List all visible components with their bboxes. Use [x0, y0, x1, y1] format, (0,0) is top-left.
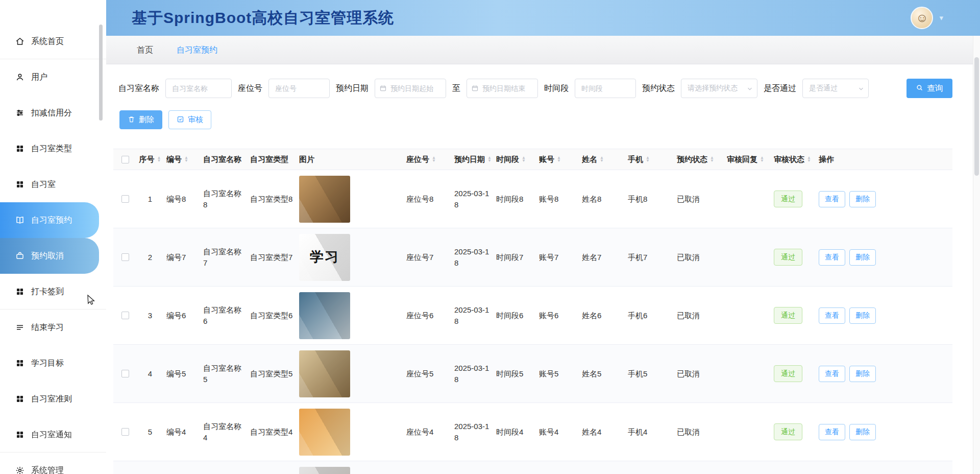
search-button[interactable]: 查询	[906, 79, 952, 98]
row-checkbox[interactable]	[121, 253, 129, 261]
room-photo	[299, 409, 350, 456]
approved-select[interactable]: 是否通过	[802, 79, 869, 98]
sidebar-item-reservation[interactable]: 自习室预约	[0, 202, 99, 238]
scrollbar-thumb[interactable]	[974, 57, 979, 176]
cell-image	[296, 467, 403, 474]
sort-carets-icon[interactable]: ▲▼	[710, 156, 714, 162]
sidebar-item-credit[interactable]: 扣减信用分	[0, 95, 106, 131]
row-view-button[interactable]: 查看	[819, 366, 845, 382]
column-header-name[interactable]: 姓名▲▼	[579, 154, 625, 165]
review-status-badge: 通过	[774, 307, 802, 323]
row-delete-button[interactable]: 删除	[849, 424, 876, 440]
row-delete-button[interactable]: 删除	[849, 249, 876, 266]
sidebar-item-room[interactable]: 自习室	[0, 167, 106, 202]
column-header-account[interactable]: 账号▲▼	[536, 154, 579, 165]
page-scrollbar[interactable]	[973, 36, 980, 474]
row-delete-button[interactable]: 删除	[849, 366, 876, 382]
cell-date: 2025-03-18	[451, 304, 493, 327]
sidebar-item-checkin[interactable]: 打卡签到	[0, 274, 106, 310]
column-header-review_status[interactable]: 审核状态▲▼	[771, 154, 816, 165]
column-header-reserve_status[interactable]: 预约状态▲▼	[674, 154, 724, 165]
column-header-review_reply[interactable]: 审核回复▲▼	[724, 154, 771, 165]
row-view-button[interactable]: 查看	[819, 424, 845, 440]
cell-code-value: 编号5	[166, 369, 186, 378]
column-header-phone[interactable]: 手机▲▼	[625, 154, 674, 165]
filter-label-reserve-status: 预约状态	[642, 83, 675, 94]
room-name-input[interactable]	[165, 79, 232, 98]
cell-date-value: 2025-03-18	[454, 305, 489, 325]
sort-carets-icon[interactable]: ▲▼	[487, 156, 492, 162]
cell-review-status: 通过	[771, 191, 816, 207]
sort-carets-icon[interactable]: ▲▼	[557, 156, 561, 162]
sort-carets-icon[interactable]: ▲▼	[184, 156, 188, 162]
sort-carets-icon[interactable]: ▲▼	[807, 156, 811, 162]
seat-input[interactable]	[268, 79, 330, 98]
sidebar-item-cancel[interactable]: 预约取消	[0, 238, 99, 274]
sidebar-item-end-study[interactable]: 结束学习	[0, 310, 106, 345]
sort-carets-icon[interactable]: ▲▼	[600, 156, 604, 162]
row-delete-button[interactable]: 删除	[849, 191, 876, 207]
cell-code-value: 编号6	[166, 311, 186, 320]
row-checkbox[interactable]	[121, 428, 129, 436]
top-header: 基于SpringBoot高校自习室管理系统 ☺ ▾	[106, 0, 980, 36]
sidebar-item-rules[interactable]: 自习室准则	[0, 381, 106, 417]
review-button[interactable]: 审核	[168, 110, 211, 129]
sidebar-item-goal[interactable]: 学习目标	[0, 345, 106, 381]
cell-seq: 4	[137, 368, 163, 380]
sort-carets-icon[interactable]: ▲▼	[432, 156, 436, 162]
cell-room_name: 自习室名称5	[200, 363, 247, 385]
cell-actions: 查看删除	[816, 307, 952, 324]
cell-slot: 时间段4	[493, 426, 536, 438]
row-view-button[interactable]: 查看	[819, 249, 845, 266]
cell-slot: 时间段8	[493, 194, 536, 205]
slot-input[interactable]	[575, 79, 636, 98]
column-header-date[interactable]: 预约日期▲▼	[451, 154, 493, 165]
cell-date-value: 2025-03-18	[454, 364, 489, 384]
cell-room_name-value: 自习室名称4	[203, 422, 241, 442]
row-delete-button[interactable]: 删除	[849, 307, 876, 324]
row-checkbox[interactable]	[121, 312, 129, 319]
sidebar-item-system[interactable]: 系统管理	[0, 453, 106, 474]
grid-icon	[15, 287, 24, 296]
sort-carets-icon[interactable]: ▲▼	[157, 156, 161, 162]
sidebar-item-users[interactable]: 用户	[0, 59, 106, 95]
column-header-room_name: 自习室名称	[200, 154, 247, 165]
tab-home[interactable]: 首页	[137, 36, 153, 64]
select-all-checkbox[interactable]	[121, 156, 129, 163]
sidebar-scrollbar[interactable]	[99, 25, 103, 121]
cell-phone: 手机5	[625, 368, 674, 380]
sidebar-item-notice[interactable]: 自习室通知	[0, 417, 106, 453]
reserve-status-select[interactable]: 请选择预约状态	[681, 79, 757, 98]
chevron-down-icon[interactable]: ▾	[939, 13, 943, 22]
cell-date: 2025-03-18	[451, 188, 493, 210]
user-icon	[15, 73, 24, 82]
grid-icon	[15, 144, 24, 153]
cell-room_type: 自习室类型7	[247, 252, 296, 263]
row-view-button[interactable]: 查看	[819, 191, 845, 207]
filter-label-seat: 座位号	[238, 83, 262, 94]
column-header-seat[interactable]: 座位号▲▼	[403, 154, 451, 165]
tab-reservation[interactable]: 自习室预约	[177, 36, 217, 64]
sort-carets-icon[interactable]: ▲▼	[522, 156, 526, 162]
delete-button[interactable]: 删除	[119, 110, 162, 129]
column-header-slot[interactable]: 时间段▲▼	[493, 154, 536, 165]
review-status-badge: 通过	[774, 249, 802, 265]
cell-room_type-value: 自习室类型5	[250, 369, 292, 378]
sidebar-item-room-type[interactable]: 自习室类型	[0, 131, 106, 167]
row-checkbox[interactable]	[121, 195, 129, 203]
column-header-seq[interactable]: 序号▲▼	[137, 154, 163, 165]
column-header-code[interactable]: 编号▲▼	[163, 154, 200, 165]
review-status-badge: 通过	[774, 191, 802, 207]
cell-actions: 查看删除	[816, 191, 952, 207]
date-start-input[interactable]	[375, 79, 446, 98]
gear-icon	[15, 466, 24, 474]
cell-reserve_status-value: 已取消	[677, 253, 700, 262]
cell-room_type: 自习室类型4	[247, 426, 296, 438]
row-view-button[interactable]: 查看	[819, 307, 845, 324]
sort-carets-icon[interactable]: ▲▼	[760, 156, 764, 162]
sidebar-item-home[interactable]: 系统首页	[0, 23, 106, 59]
sort-carets-icon[interactable]: ▲▼	[646, 156, 650, 162]
row-checkbox[interactable]	[121, 370, 129, 377]
date-end-input[interactable]	[467, 79, 538, 98]
avatar[interactable]: ☺	[911, 7, 933, 29]
